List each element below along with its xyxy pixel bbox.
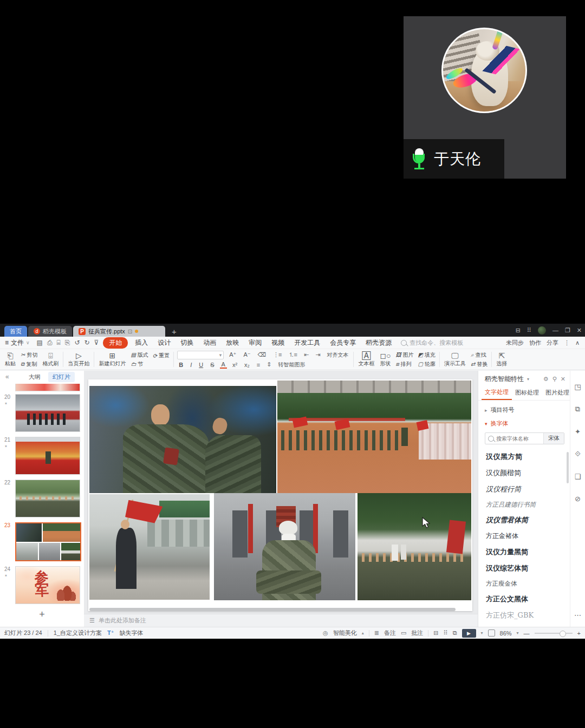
tab-document[interactable]: P 征兵宣传.pptx ⊡ xyxy=(73,326,165,337)
section-bullets[interactable]: ▸ 项目符号 xyxy=(478,401,570,414)
shape-button[interactable]: ◻○ 形状 xyxy=(377,352,393,368)
menu-item-transition[interactable]: 切换 xyxy=(176,338,198,347)
bold-button[interactable]: B xyxy=(177,362,185,368)
font-item[interactable]: 汉仪颜楷简 xyxy=(478,465,570,481)
slide-21-thumbnail[interactable] xyxy=(15,437,80,475)
properties-icon[interactable]: ◳ xyxy=(574,383,581,391)
numbering-button[interactable]: ⒈≡ xyxy=(287,351,298,359)
menu-item-home[interactable]: 开始 xyxy=(103,337,128,349)
font-filter-dropdown[interactable]: 宋体 xyxy=(543,433,564,444)
picture-button[interactable]: 🖾图片 xyxy=(395,351,413,359)
zoom-slider-knob[interactable] xyxy=(560,631,566,637)
slide-20-thumbnail[interactable] xyxy=(15,394,80,432)
file-menu[interactable]: ≡ 文件 ∨ xyxy=(0,338,35,347)
menu-item-member[interactable]: 会员专享 xyxy=(325,338,361,347)
superscript-button[interactable]: x² xyxy=(231,362,239,368)
font-search-box[interactable]: 宋体 xyxy=(485,432,564,444)
font-item[interactable]: 方正仿宋_GBK xyxy=(478,607,570,624)
strikethrough-button[interactable]: S xyxy=(209,362,216,368)
print-preview-icon[interactable]: ⎘ xyxy=(63,339,73,346)
restore-button[interactable]: ❐ xyxy=(565,327,570,334)
fill-button[interactable]: ◩填充 xyxy=(418,351,435,359)
paste-button[interactable]: ⎗ 粘贴 xyxy=(2,352,18,368)
resource-icon[interactable]: ⟐ xyxy=(575,450,580,458)
slide-24-thumbnail[interactable]: 参军 xyxy=(15,566,80,604)
font-color-button[interactable]: A xyxy=(220,361,227,369)
slide-19-thumbnail-partial[interactable] xyxy=(15,384,80,391)
smart-beautify-button[interactable]: 智能美化 xyxy=(333,629,357,637)
font-item[interactable]: 方正金褚体 xyxy=(478,528,570,544)
slide-23-canvas[interactable] xyxy=(88,379,472,611)
more-vert-icon[interactable]: ⋮ xyxy=(564,339,570,346)
undo-icon[interactable]: ↺ xyxy=(72,339,82,346)
tab-slides[interactable]: 幻灯片 xyxy=(48,372,75,382)
arrange-button[interactable]: ⧈排列 xyxy=(395,360,413,368)
zoom-out-button[interactable]: — xyxy=(524,630,530,637)
align-buttons[interactable]: ≡ xyxy=(255,362,261,368)
tab-docer-templates[interactable]: d 稻壳模板 xyxy=(28,326,72,337)
normal-view-icon[interactable]: ⊟ xyxy=(433,629,438,637)
cut-button[interactable]: ✂剪切 xyxy=(21,351,37,359)
font-item[interactable]: 汉仪综艺体简 xyxy=(478,560,570,576)
command-search[interactable]: 查找命令、搜索模板 xyxy=(401,339,493,347)
clipboard-pane-icon[interactable]: ❑ xyxy=(575,473,581,481)
bullets-button[interactable]: ⋮≡ xyxy=(271,351,283,358)
comments-button[interactable]: 批注 xyxy=(411,629,423,637)
sorter-view-icon[interactable]: ⠿ xyxy=(444,629,448,637)
photo-recruit-with-uniform-bundle[interactable] xyxy=(214,493,355,600)
line-spacing-button[interactable]: ⇕ xyxy=(265,361,272,368)
print-icon[interactable]: ⌸ xyxy=(55,339,63,346)
photo-formation-on-field[interactable] xyxy=(277,381,471,493)
collapse-ribbon-icon[interactable]: ∧ xyxy=(575,339,580,346)
outdent-button[interactable]: ⇤ xyxy=(302,351,310,358)
font-name-select[interactable]: ▾ xyxy=(177,351,224,359)
font-search-input[interactable] xyxy=(494,436,543,442)
menu-item-design[interactable]: 设计 xyxy=(153,338,176,347)
workspace-grid-icon[interactable]: ⠿ xyxy=(527,327,531,334)
open-icon[interactable]: ▤ xyxy=(35,339,45,346)
align-text-button[interactable]: 对齐文本 xyxy=(325,351,350,359)
menu-item-video[interactable]: 视频 xyxy=(266,338,289,347)
zoom-level[interactable]: 86% xyxy=(500,630,512,637)
photo-flag-bearer-street[interactable] xyxy=(89,494,210,600)
find-button[interactable]: ⌕查找 xyxy=(471,351,487,359)
reset-button[interactable]: ⟳重置 xyxy=(153,352,170,359)
smart-assist-icon[interactable]: ✦ xyxy=(575,428,581,436)
replace-button[interactable]: ⇄替换 xyxy=(471,360,487,368)
section-change-font[interactable]: ▾ 换字体 xyxy=(478,414,570,428)
cast-icon[interactable]: ⊡ xyxy=(128,329,132,335)
menu-item-insert[interactable]: 插入 xyxy=(130,338,153,347)
panel-tab-icons[interactable]: 图标处理 xyxy=(512,386,542,399)
horizontal-scrollbar[interactable] xyxy=(89,608,463,612)
copy-button[interactable]: ⧉复制 xyxy=(21,360,37,368)
panel-scrollbar[interactable] xyxy=(567,452,569,483)
panel-tab-text[interactable]: 文字处理 xyxy=(482,386,512,400)
close-button[interactable]: ✕ xyxy=(577,327,582,334)
chevron-down-icon[interactable]: ▾ xyxy=(527,377,529,382)
gear-icon[interactable]: ⚙ xyxy=(543,376,549,383)
font-item[interactable]: 汉仪雪君体简 xyxy=(478,512,570,528)
font-item[interactable]: 方正吕建德行书简 xyxy=(478,497,570,512)
font-item[interactable]: 汉仪黑方简 xyxy=(478,449,570,465)
menu-item-devtools[interactable]: 开发工具 xyxy=(289,338,325,347)
cloud-sync-status[interactable]: 未同步 xyxy=(506,339,524,347)
layout-switch-icon[interactable]: ⊟ xyxy=(516,327,521,334)
design-scheme[interactable]: 1_自定义设计方案 xyxy=(54,629,102,637)
outline-button[interactable]: ▢轮廓 xyxy=(418,360,435,368)
select-button[interactable]: ⇱ 选择 xyxy=(493,352,510,368)
smart-shape-button[interactable]: 转智能图形 xyxy=(276,361,307,369)
section-button[interactable]: 🗀节 xyxy=(131,360,148,368)
zoom-in-button[interactable]: + xyxy=(577,630,581,637)
photo-squatting-group[interactable] xyxy=(358,493,471,600)
indent-button[interactable]: ⇥ xyxy=(314,351,321,358)
account-avatar[interactable] xyxy=(538,326,546,335)
menu-item-docer-res[interactable]: 稻壳资源 xyxy=(361,338,396,347)
tab-home[interactable]: 首页 xyxy=(4,326,27,337)
start-slideshow-button[interactable]: ▶ xyxy=(462,629,476,638)
subscript-button[interactable]: x₂ xyxy=(243,362,251,368)
mode-icon[interactable]: ⊽ xyxy=(92,339,101,346)
new-tab-button[interactable]: + xyxy=(166,326,182,337)
menu-item-slideshow[interactable]: 放映 xyxy=(221,338,244,347)
tab-outline[interactable]: 大纲 xyxy=(29,373,41,381)
menu-item-animation[interactable]: 动画 xyxy=(198,338,221,347)
